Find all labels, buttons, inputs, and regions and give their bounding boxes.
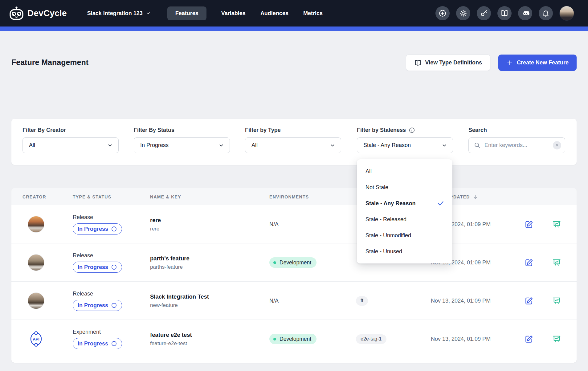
table-row[interactable]: Release In Progress parth's feature part… bbox=[11, 243, 577, 282]
check-icon bbox=[437, 200, 444, 207]
table-row[interactable]: Release In Progress Slack Integration Te… bbox=[11, 282, 577, 320]
feature-key: feature-e2e-test bbox=[150, 340, 192, 347]
table-header: Creator Type & Status Name & Key Environ… bbox=[11, 188, 577, 205]
accent-strip bbox=[0, 26, 588, 31]
brand-name: DevCycle bbox=[27, 8, 67, 18]
edit-feature-button[interactable] bbox=[525, 320, 533, 358]
project-selector[interactable]: Slack Integration 123 bbox=[87, 10, 151, 17]
menu-item-stale-unmodified[interactable]: Stale - Unmodified bbox=[357, 227, 452, 243]
page-title: Feature Management bbox=[11, 58, 88, 67]
exclamation-circle-icon bbox=[111, 340, 117, 347]
search-box bbox=[468, 137, 565, 153]
presentation-chart-icon bbox=[552, 296, 561, 305]
navbar-actions bbox=[435, 6, 574, 21]
creator-avatar bbox=[28, 216, 44, 233]
chevron-down-icon bbox=[146, 11, 151, 16]
divider bbox=[11, 80, 577, 80]
svg-text:API: API bbox=[33, 337, 39, 341]
add-new-button[interactable] bbox=[435, 6, 450, 20]
feature-metrics-button[interactable] bbox=[552, 243, 561, 282]
feature-name[interactable]: rere bbox=[150, 217, 161, 224]
edit-feature-button[interactable] bbox=[525, 243, 533, 282]
menu-item-not-stale[interactable]: Not Stale bbox=[357, 179, 452, 195]
feature-type: Experiment bbox=[73, 329, 122, 335]
environment-badge: Development bbox=[269, 334, 316, 344]
create-new-feature-button[interactable]: Create New Feature bbox=[498, 55, 577, 71]
environment-dot bbox=[273, 338, 276, 340]
chevron-down-icon bbox=[442, 143, 447, 148]
presentation-chart-icon bbox=[552, 220, 561, 229]
notifications-button[interactable] bbox=[539, 6, 553, 20]
search-label: Search bbox=[468, 127, 487, 133]
feature-type: Release bbox=[73, 214, 122, 221]
updated-date: Nov 13, 2024, 01:09 PM bbox=[431, 298, 491, 304]
exclamation-circle-icon bbox=[111, 302, 117, 308]
table-row[interactable]: Release In Progress rere rere bbox=[11, 205, 577, 243]
feature-tag: ff bbox=[356, 296, 368, 306]
menu-item-all[interactable]: All bbox=[357, 163, 452, 179]
api-creator-icon: API bbox=[28, 331, 44, 347]
filter-creator-label: Filter By Creator bbox=[22, 127, 66, 133]
discord-button[interactable] bbox=[518, 6, 532, 20]
feature-key: rere bbox=[150, 226, 161, 232]
menu-item-stale-unused[interactable]: Stale - Unused bbox=[357, 243, 452, 259]
bell-icon bbox=[542, 9, 550, 17]
feature-tag: e2e-tag-1 bbox=[356, 334, 386, 344]
feature-name[interactable]: feature e2e test bbox=[150, 332, 192, 338]
edit-feature-button[interactable] bbox=[525, 282, 533, 320]
tab-metrics[interactable]: Metrics bbox=[303, 6, 323, 20]
feature-type: Release bbox=[73, 252, 122, 259]
tab-audiences[interactable]: Audiences bbox=[260, 6, 288, 20]
tab-features[interactable]: Features bbox=[167, 6, 206, 20]
feature-metrics-button[interactable] bbox=[552, 320, 561, 358]
feature-metrics-button[interactable] bbox=[552, 205, 561, 243]
column-header-creator[interactable]: Creator bbox=[22, 188, 46, 205]
creator-avatar bbox=[28, 254, 44, 271]
filter-type-select[interactable]: All bbox=[245, 137, 341, 153]
status-badge: In Progress bbox=[73, 338, 122, 349]
feature-name[interactable]: parth's feature bbox=[150, 255, 190, 262]
devcycle-robot-icon bbox=[9, 6, 24, 20]
api-keys-button[interactable] bbox=[477, 6, 491, 20]
exclamation-circle-icon bbox=[111, 226, 117, 232]
column-header-name-key[interactable]: Name & Key bbox=[150, 188, 181, 205]
header-actions: View Type Definitions Create New Feature bbox=[406, 55, 577, 71]
filters-panel: Filter By Creator All Filter By Status I… bbox=[11, 119, 577, 165]
edit-icon bbox=[525, 220, 533, 229]
environments-value: N/A bbox=[269, 298, 279, 304]
chevron-down-icon bbox=[330, 143, 335, 148]
status-badge: In Progress bbox=[73, 262, 122, 273]
user-avatar[interactable] bbox=[559, 6, 574, 21]
clear-search-button[interactable] bbox=[553, 141, 561, 149]
documentation-button[interactable] bbox=[497, 6, 512, 20]
table-row[interactable]: API Experiment In Progress bbox=[11, 320, 577, 358]
devcycle-logo[interactable]: DevCycle bbox=[9, 6, 67, 20]
tab-variables[interactable]: Variables bbox=[221, 6, 246, 20]
column-header-environments[interactable]: Environments bbox=[269, 188, 309, 205]
gear-icon bbox=[459, 9, 467, 17]
menu-item-stale-any-reason[interactable]: Stale - Any Reason bbox=[357, 195, 452, 211]
feature-key: new-feature bbox=[150, 302, 209, 308]
column-header-type-status[interactable]: Type & Status bbox=[73, 188, 111, 205]
book-icon bbox=[414, 59, 422, 67]
feature-management-page: DevCycle Slack Integration 123 Features … bbox=[0, 0, 588, 371]
status-badge: In Progress bbox=[73, 300, 122, 311]
creator-avatar bbox=[28, 292, 44, 309]
feature-name[interactable]: Slack Integration Test bbox=[150, 293, 209, 300]
filter-staleness-select[interactable]: Stale - Any Reason bbox=[357, 137, 453, 153]
view-type-definitions-button[interactable]: View Type Definitions bbox=[406, 55, 490, 71]
filter-type-label: Filter by Type bbox=[245, 127, 281, 133]
environment-badge: Development bbox=[269, 257, 316, 268]
filter-creator-select[interactable]: All bbox=[22, 137, 119, 153]
filter-status-label: Filter By Status bbox=[134, 127, 174, 133]
search-input[interactable] bbox=[484, 142, 549, 149]
feature-metrics-button[interactable] bbox=[552, 282, 561, 320]
settings-button[interactable] bbox=[456, 6, 470, 20]
filter-status-select[interactable]: In Progress bbox=[134, 137, 230, 153]
plus-icon bbox=[506, 59, 513, 66]
book-icon bbox=[500, 9, 508, 17]
menu-item-stale-released[interactable]: Stale - Released bbox=[357, 211, 452, 227]
edit-feature-button[interactable] bbox=[525, 205, 533, 243]
staleness-dropdown-menu: All Not Stale Stale - Any Reason Stale -… bbox=[357, 159, 452, 263]
info-icon[interactable] bbox=[409, 127, 415, 133]
